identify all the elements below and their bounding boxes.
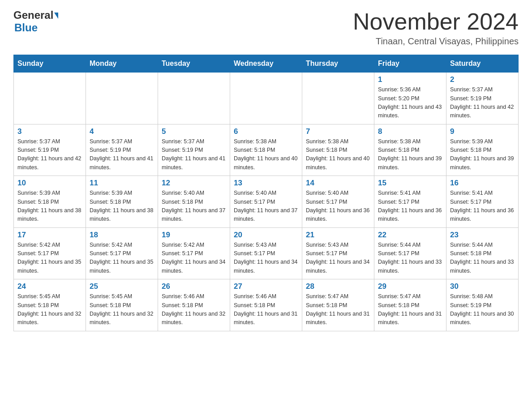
day-number: 18 (90, 231, 154, 240)
location-subtitle: Tinaan, Central Visayas, Philippines (353, 36, 519, 47)
day-sun-info: Sunrise: 5:46 AM Sunset: 5:18 PM Dayligh… (162, 292, 226, 327)
day-sun-info: Sunrise: 5:47 AM Sunset: 5:18 PM Dayligh… (306, 292, 370, 327)
calendar-cell (302, 73, 374, 124)
logo-blue-text: Blue (14, 21, 58, 34)
calendar-cell: 6Sunrise: 5:38 AM Sunset: 5:18 PM Daylig… (230, 124, 302, 176)
day-sun-info: Sunrise: 5:38 AM Sunset: 5:18 PM Dayligh… (234, 137, 298, 172)
calendar-cell: 16Sunrise: 5:41 AM Sunset: 5:17 PM Dayli… (446, 176, 519, 228)
calendar-cell: 28Sunrise: 5:47 AM Sunset: 5:18 PM Dayli… (302, 279, 374, 331)
title-area: November 2024 Tinaan, Central Visayas, P… (353, 9, 519, 47)
calendar-cell: 5Sunrise: 5:37 AM Sunset: 5:19 PM Daylig… (158, 124, 230, 176)
page-header: General Blue November 2024 Tinaan, Centr… (13, 9, 519, 47)
day-sun-info: Sunrise: 5:40 AM Sunset: 5:17 PM Dayligh… (234, 189, 298, 224)
day-number: 15 (378, 179, 442, 188)
day-sun-info: Sunrise: 5:42 AM Sunset: 5:17 PM Dayligh… (162, 241, 226, 276)
day-number: 24 (17, 282, 82, 291)
calendar-cell (14, 73, 86, 124)
calendar-week-row: 3Sunrise: 5:37 AM Sunset: 5:19 PM Daylig… (14, 124, 519, 176)
day-number: 9 (450, 127, 515, 136)
calendar-cell: 7Sunrise: 5:38 AM Sunset: 5:18 PM Daylig… (302, 124, 374, 176)
day-sun-info: Sunrise: 5:39 AM Sunset: 5:18 PM Dayligh… (17, 189, 82, 224)
day-sun-info: Sunrise: 5:41 AM Sunset: 5:17 PM Dayligh… (378, 189, 442, 224)
day-number: 26 (162, 282, 226, 291)
calendar-cell: 11Sunrise: 5:39 AM Sunset: 5:18 PM Dayli… (86, 176, 158, 228)
day-sun-info: Sunrise: 5:42 AM Sunset: 5:17 PM Dayligh… (90, 241, 154, 276)
weekday-header-tuesday: Tuesday (158, 55, 230, 73)
day-number: 14 (306, 179, 370, 188)
day-number: 4 (90, 127, 154, 136)
calendar-cell: 24Sunrise: 5:45 AM Sunset: 5:18 PM Dayli… (14, 279, 86, 331)
calendar-week-row: 10Sunrise: 5:39 AM Sunset: 5:18 PM Dayli… (14, 176, 519, 228)
calendar-cell: 23Sunrise: 5:44 AM Sunset: 5:18 PM Dayli… (446, 227, 519, 279)
weekday-header-wednesday: Wednesday (230, 55, 302, 73)
day-sun-info: Sunrise: 5:45 AM Sunset: 5:18 PM Dayligh… (17, 292, 82, 327)
calendar-cell: 20Sunrise: 5:43 AM Sunset: 5:17 PM Dayli… (230, 227, 302, 279)
day-number: 6 (234, 127, 298, 136)
day-sun-info: Sunrise: 5:38 AM Sunset: 5:18 PM Dayligh… (306, 137, 370, 172)
weekday-header-monday: Monday (86, 55, 158, 73)
calendar-table: SundayMondayTuesdayWednesdayThursdayFrid… (13, 55, 519, 331)
calendar-cell: 29Sunrise: 5:47 AM Sunset: 5:18 PM Dayli… (374, 279, 446, 331)
day-sun-info: Sunrise: 5:41 AM Sunset: 5:17 PM Dayligh… (450, 189, 515, 224)
calendar-cell: 10Sunrise: 5:39 AM Sunset: 5:18 PM Dayli… (14, 176, 86, 228)
calendar-cell: 26Sunrise: 5:46 AM Sunset: 5:18 PM Dayli… (158, 279, 230, 331)
calendar-cell: 25Sunrise: 5:45 AM Sunset: 5:18 PM Dayli… (86, 279, 158, 331)
day-number: 16 (450, 179, 515, 188)
calendar-cell: 21Sunrise: 5:43 AM Sunset: 5:17 PM Dayli… (302, 227, 374, 279)
day-sun-info: Sunrise: 5:46 AM Sunset: 5:18 PM Dayligh… (234, 292, 298, 327)
weekday-header-saturday: Saturday (446, 55, 519, 73)
calendar-cell: 13Sunrise: 5:40 AM Sunset: 5:17 PM Dayli… (230, 176, 302, 228)
day-number: 11 (90, 179, 154, 188)
logo-general-text: General (13, 9, 53, 21)
day-sun-info: Sunrise: 5:37 AM Sunset: 5:19 PM Dayligh… (17, 137, 82, 172)
day-number: 22 (378, 231, 442, 240)
day-number: 12 (162, 179, 226, 188)
day-sun-info: Sunrise: 5:44 AM Sunset: 5:18 PM Dayligh… (450, 241, 515, 276)
day-sun-info: Sunrise: 5:40 AM Sunset: 5:17 PM Dayligh… (306, 189, 370, 224)
day-sun-info: Sunrise: 5:39 AM Sunset: 5:18 PM Dayligh… (450, 137, 515, 172)
calendar-cell: 9Sunrise: 5:39 AM Sunset: 5:18 PM Daylig… (446, 124, 519, 176)
calendar-cell: 14Sunrise: 5:40 AM Sunset: 5:17 PM Dayli… (302, 176, 374, 228)
day-sun-info: Sunrise: 5:42 AM Sunset: 5:17 PM Dayligh… (17, 241, 82, 276)
day-number: 27 (234, 282, 298, 291)
day-number: 19 (162, 231, 226, 240)
weekday-header-friday: Friday (374, 55, 446, 73)
day-sun-info: Sunrise: 5:38 AM Sunset: 5:18 PM Dayligh… (378, 137, 442, 172)
calendar-cell (230, 73, 302, 124)
day-sun-info: Sunrise: 5:39 AM Sunset: 5:18 PM Dayligh… (90, 189, 154, 224)
day-sun-info: Sunrise: 5:48 AM Sunset: 5:19 PM Dayligh… (450, 292, 515, 327)
day-number: 20 (234, 231, 298, 240)
calendar-cell (86, 73, 158, 124)
calendar-cell: 30Sunrise: 5:48 AM Sunset: 5:19 PM Dayli… (446, 279, 519, 331)
day-number: 17 (17, 231, 82, 240)
day-number: 10 (17, 179, 82, 188)
calendar-week-row: 17Sunrise: 5:42 AM Sunset: 5:17 PM Dayli… (14, 227, 519, 279)
calendar-cell: 3Sunrise: 5:37 AM Sunset: 5:19 PM Daylig… (14, 124, 86, 176)
weekday-header-row: SundayMondayTuesdayWednesdayThursdayFrid… (14, 55, 519, 73)
day-number: 7 (306, 127, 370, 136)
day-sun-info: Sunrise: 5:37 AM Sunset: 5:19 PM Dayligh… (450, 86, 515, 120)
day-sun-info: Sunrise: 5:43 AM Sunset: 5:17 PM Dayligh… (234, 241, 298, 276)
day-number: 2 (450, 75, 515, 84)
month-year-title: November 2024 (353, 9, 519, 34)
day-number: 25 (90, 282, 154, 291)
day-number: 23 (450, 231, 515, 240)
calendar-cell: 17Sunrise: 5:42 AM Sunset: 5:17 PM Dayli… (14, 227, 86, 279)
weekday-header-thursday: Thursday (302, 55, 374, 73)
day-number: 28 (306, 282, 370, 291)
calendar-cell: 12Sunrise: 5:40 AM Sunset: 5:18 PM Dayli… (158, 176, 230, 228)
day-sun-info: Sunrise: 5:45 AM Sunset: 5:18 PM Dayligh… (90, 292, 154, 327)
day-sun-info: Sunrise: 5:40 AM Sunset: 5:18 PM Dayligh… (162, 189, 226, 224)
day-number: 13 (234, 179, 298, 188)
logo: General Blue (13, 9, 58, 34)
day-number: 21 (306, 231, 370, 240)
logo-arrow-icon (54, 13, 58, 19)
day-sun-info: Sunrise: 5:37 AM Sunset: 5:19 PM Dayligh… (162, 137, 226, 172)
day-number: 29 (378, 282, 442, 291)
day-sun-info: Sunrise: 5:47 AM Sunset: 5:18 PM Dayligh… (378, 292, 442, 327)
calendar-cell: 22Sunrise: 5:44 AM Sunset: 5:17 PM Dayli… (374, 227, 446, 279)
day-sun-info: Sunrise: 5:43 AM Sunset: 5:17 PM Dayligh… (306, 241, 370, 276)
day-number: 30 (450, 282, 515, 291)
calendar-week-row: 24Sunrise: 5:45 AM Sunset: 5:18 PM Dayli… (14, 279, 519, 331)
day-number: 8 (378, 127, 442, 136)
